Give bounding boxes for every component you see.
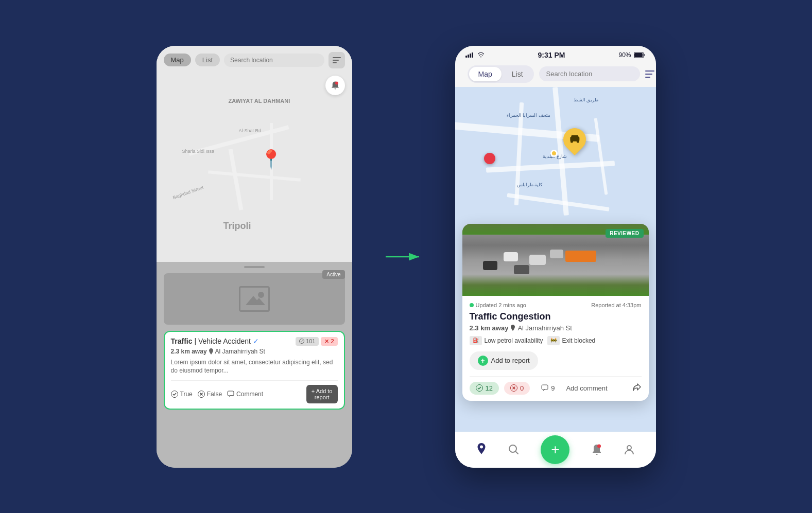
- card-tags: ⛽ Low petrol availability 🚧 Exit blocked: [470, 336, 642, 345]
- incident-title-left: Traffic | Vehicle Accident ✓: [171, 337, 259, 345]
- svg-rect-7: [228, 391, 234, 396]
- updated-text: Updated 2 mins ago: [470, 302, 526, 308]
- signal-area: [465, 52, 485, 58]
- mountain2-icon: [253, 298, 265, 305]
- left-map-header: Map List: [157, 46, 352, 75]
- card-location: 2.3 km away Al Jamahirriyah St: [470, 324, 642, 332]
- plus-icon: +: [478, 356, 488, 366]
- sun-icon: [258, 292, 264, 298]
- incident-description-left: Lorem ipsum dolor sit amet, consectetur …: [171, 358, 338, 376]
- map-label-sharia: Sharia Sidi Issa: [182, 149, 215, 154]
- badge-count-101: 101: [296, 337, 319, 346]
- map-pin-left: 📍: [260, 149, 283, 170]
- tab-list-left[interactable]: List: [195, 54, 220, 66]
- fab-plus-button[interactable]: +: [541, 435, 569, 464]
- left-phone: ZAWIYAT AL DAHMANI Sharia Sidi Issa Bagh…: [157, 46, 352, 468]
- x-vote-icon: [510, 384, 517, 392]
- battery-percent: 90%: [618, 51, 631, 59]
- nav-bar-right: Map List: [455, 62, 656, 87]
- nav-user-item[interactable]: [624, 444, 635, 455]
- wifi-icon: [477, 52, 485, 58]
- tab-list-right[interactable]: List: [503, 67, 532, 81]
- checkmark-icon: [171, 391, 178, 398]
- share-icon: [632, 383, 642, 391]
- exit-icon: 🚧: [547, 336, 560, 345]
- placeholder-frame: [239, 286, 270, 312]
- svg-point-24: [597, 445, 601, 448]
- reviewed-badge: REVIEWED: [606, 229, 643, 238]
- tab-map-right[interactable]: Map: [469, 67, 502, 81]
- map-text-tariq: طريق الشط: [574, 97, 599, 102]
- x-circle-icon: [198, 391, 205, 398]
- card-traffic-image: REVIEWED: [462, 224, 649, 296]
- tab-map-left[interactable]: Map: [164, 54, 191, 66]
- nav-pin-item[interactable]: [476, 443, 487, 456]
- right-map-area: طريق الشط متحف السرايا الحمراء شارع البل…: [455, 87, 656, 432]
- map-text-mathhaf: متحف السرايا الحمراء: [507, 113, 550, 118]
- checkmark-small-icon: [299, 339, 304, 344]
- bell-icon-left: [331, 81, 340, 90]
- filter-icon-right: [645, 70, 654, 78]
- svg-rect-11: [634, 53, 643, 57]
- svg-rect-1: [333, 60, 339, 61]
- svg-rect-21: [542, 385, 548, 390]
- filter-button-left[interactable]: [329, 52, 345, 68]
- notification-button-left[interactable]: [325, 76, 345, 95]
- add-to-report-button-right[interactable]: + Add to report: [470, 351, 538, 370]
- search-nav-icon: [508, 444, 520, 455]
- image-placeholder: [164, 273, 345, 325]
- vote-true-button[interactable]: 12: [470, 382, 499, 395]
- green-dot: [470, 303, 474, 307]
- location-pin-icon: [510, 325, 515, 331]
- left-bottom-panel: Active Traffic: [157, 262, 352, 468]
- comment-button-left[interactable]: Comment: [227, 391, 263, 398]
- nav-search-item[interactable]: [508, 444, 520, 455]
- card-title: Traffic Congestion: [470, 311, 642, 322]
- nav-bell-item[interactable]: [591, 444, 602, 456]
- search-input-right[interactable]: [539, 66, 640, 81]
- share-button[interactable]: [632, 383, 642, 393]
- map-label-tripoli: Tripoli: [223, 221, 251, 232]
- add-comment-button[interactable]: Add comment: [566, 384, 607, 392]
- false-button-left[interactable]: False: [198, 391, 222, 398]
- status-time: 9:31 PM: [538, 51, 565, 59]
- search-input-left[interactable]: [224, 54, 324, 67]
- petrol-icon: ⛽: [470, 336, 482, 345]
- svg-point-22: [480, 446, 483, 449]
- add-to-report-button-left[interactable]: + Add toreport: [306, 385, 338, 403]
- user-nav-icon: [624, 444, 635, 455]
- reported-text: Reported at 4:33pm: [591, 302, 641, 308]
- signal-bars: [465, 52, 473, 58]
- vote-false-button[interactable]: 0: [504, 382, 530, 395]
- comment-icon: [227, 391, 234, 398]
- true-button-left[interactable]: True: [171, 391, 193, 398]
- svg-point-3: [335, 81, 338, 84]
- map-pin-red: [484, 153, 495, 164]
- comment-vote-icon: [541, 384, 548, 392]
- direction-arrow: [383, 249, 424, 264]
- filter-icon-left: [333, 57, 341, 63]
- comment-count-button[interactable]: 9: [535, 382, 561, 395]
- left-map-area: ZAWIYAT AL DAHMANI Sharia Sidi Issa Bagh…: [157, 46, 352, 262]
- tag-petrol: ⛽ Low petrol availability: [470, 336, 543, 345]
- card-vote-row: 12 0 9 Add comment: [470, 376, 642, 395]
- right-phone: 9:31 PM 90% Map: [455, 46, 656, 468]
- svg-rect-2: [333, 62, 337, 63]
- pin-small-icon: [209, 348, 214, 355]
- svg-point-25: [627, 446, 631, 450]
- drag-handle: [244, 266, 265, 268]
- map-text-killiyya: كلية طرابلس: [517, 182, 543, 187]
- map-label-zawiyat: ZAWIYAT AL DAHMANI: [229, 97, 290, 104]
- filter-button-right[interactable]: [645, 66, 654, 82]
- map-label-alsh: Al-Shat Rd: [239, 128, 262, 133]
- svg-rect-16: [571, 135, 578, 138]
- car-pin-icon: [569, 133, 580, 145]
- card-meta: Updated 2 mins ago Reported at 4:33pm: [470, 302, 642, 308]
- verified-icon-left: ✓: [253, 337, 259, 345]
- tag-exit: 🚧 Exit blocked: [547, 336, 596, 345]
- bell-nav-icon: [591, 444, 602, 456]
- incident-actions-left: True False Comment + Add toreport: [171, 380, 338, 403]
- map-label-baghdad: Baghdad Street: [172, 184, 204, 200]
- arrow-container: [383, 249, 424, 264]
- status-bar: 9:31 PM 90%: [455, 46, 656, 62]
